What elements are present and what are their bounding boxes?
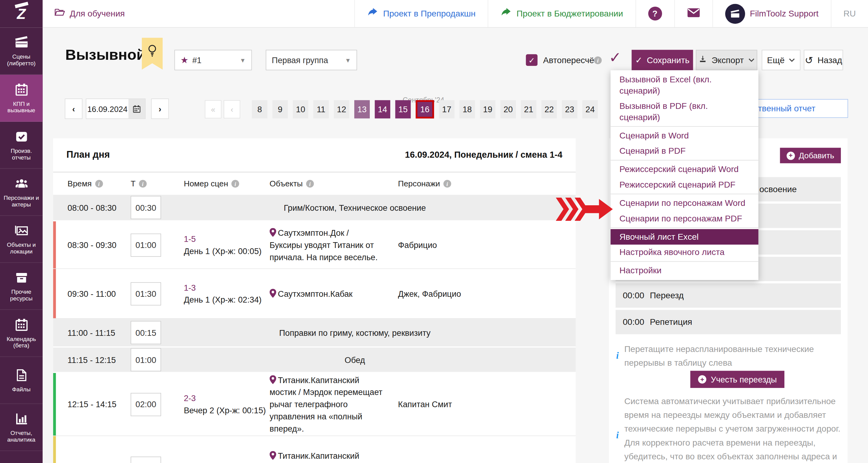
- tech-break-row[interactable]: 00:00Репетиция: [616, 310, 841, 334]
- sidebar-item-1[interactable]: КПП и вызывные: [0, 75, 43, 122]
- info-icon[interactable]: i: [594, 56, 602, 64]
- calendar-day[interactable]: 22: [541, 100, 557, 118]
- info-icon[interactable]: i: [95, 180, 102, 188]
- calendar-day[interactable]: 23: [562, 100, 578, 118]
- scene-number-link[interactable]: 5-7: [184, 462, 270, 463]
- sidebar-item-7[interactable]: Файлы: [0, 357, 43, 404]
- scene-number-link[interactable]: 1-5: [184, 233, 270, 245]
- calendar-day[interactable]: 19: [480, 100, 495, 118]
- save-button[interactable]: ✓Сохранить: [631, 50, 693, 70]
- account-transfers-button[interactable]: + Учесть переезды: [690, 371, 785, 388]
- export-menu-item[interactable]: Режиссерский сценарий PDF: [611, 177, 758, 193]
- add-button[interactable]: + Добавить: [780, 148, 841, 163]
- calendar-first-button[interactable]: «: [205, 100, 221, 118]
- undo-icon: ↺: [805, 54, 813, 66]
- chevron-down-icon: [789, 58, 795, 62]
- info-icon[interactable]: i: [139, 180, 147, 188]
- sidebar-item-8[interactable]: Отчеты, аналитика: [0, 404, 43, 451]
- export-menu-item[interactable]: Сценарий в Word: [611, 128, 758, 143]
- info-icon[interactable]: i: [306, 180, 314, 188]
- menu-separator: [611, 261, 758, 262]
- group-select[interactable]: Первая группа ▼: [266, 50, 357, 70]
- prev-day-button[interactable]: ‹: [65, 98, 82, 119]
- calendar-day[interactable]: 13: [354, 100, 370, 118]
- calendar-picker-button[interactable]: [128, 99, 145, 119]
- apply-check-icon[interactable]: ✓: [609, 49, 621, 66]
- calendar-day[interactable]: 17: [439, 100, 455, 118]
- duration-input[interactable]: 01:00: [131, 348, 161, 371]
- app-logo[interactable]: Z: [0, 0, 43, 28]
- export-menu-item[interactable]: Вызывной в PDF (вкл. сценарий): [611, 98, 758, 125]
- project-switcher[interactable]: Для обучения: [43, 0, 125, 27]
- calendar-day[interactable]: 8: [252, 100, 268, 118]
- red-arrow-annotation: [556, 198, 613, 221]
- help-icon: ?: [648, 7, 662, 21]
- column-objects: Объекты: [270, 178, 303, 190]
- calendar-day[interactable]: 15: [395, 100, 411, 118]
- date-input[interactable]: 16.09.2024: [86, 98, 146, 119]
- calendar-day[interactable]: 14: [375, 100, 390, 118]
- autorecalc-checkbox[interactable]: ✓: [526, 54, 537, 66]
- duration-input[interactable]: 01:00: [131, 233, 161, 256]
- scene-number-link[interactable]: 1-3: [184, 281, 270, 294]
- user-account[interactable]: FilmToolz Support: [712, 0, 831, 27]
- calendar-prev-button[interactable]: ‹: [224, 100, 240, 118]
- duration-input[interactable]: 02:00: [131, 393, 161, 416]
- scene-info: Вечер 2 (Хр-ж: 00:15): [184, 404, 270, 416]
- help-button[interactable]: ?: [635, 0, 674, 27]
- sidebar-item-9[interactable]: [0, 451, 43, 463]
- export-menu-item[interactable]: Сценарии по персонажам PDF: [611, 211, 758, 226]
- export-menu-item[interactable]: Вызывной в Excel (вкл. сценарий): [611, 72, 758, 98]
- tech-break-row[interactable]: 00:00Переезд: [616, 283, 841, 308]
- bookmark-hint[interactable]: [142, 37, 163, 69]
- sidebar-item-2[interactable]: Произв. отчеты: [0, 122, 43, 169]
- calendar-day[interactable]: 18: [460, 100, 475, 118]
- auto-transfers-hint: i Система автоматически учитывает прибли…: [616, 394, 841, 463]
- duration-input[interactable]: 01:30: [131, 282, 161, 305]
- calendar-day[interactable]: 21: [521, 100, 536, 118]
- calendar-day[interactable]: 16: [416, 100, 434, 118]
- export-menu-item[interactable]: Настройки: [611, 263, 758, 278]
- duration-input[interactable]: 00:30: [131, 196, 161, 219]
- share-arrow-icon: [500, 7, 512, 21]
- duration-input[interactable]: [131, 456, 161, 463]
- more-button[interactable]: Ещё: [762, 50, 801, 70]
- export-menu-item[interactable]: Явочный лист Excel: [611, 229, 758, 245]
- calendar-day[interactable]: 24: [583, 100, 598, 118]
- export-button[interactable]: Экспорт: [696, 50, 757, 70]
- calendar-day[interactable]: 11: [313, 100, 329, 118]
- messages-button[interactable]: [674, 0, 712, 27]
- info-icon[interactable]: i: [231, 180, 239, 188]
- link-preproduction[interactable]: Проект в Препродакшн: [354, 0, 488, 27]
- calendar-day[interactable]: 9: [273, 100, 288, 118]
- info-icon[interactable]: i: [443, 180, 451, 188]
- sidebar-item-3[interactable]: Персонажи и актеры: [0, 169, 43, 216]
- calendar-day[interactable]: 10: [293, 100, 308, 118]
- calendar-day[interactable]: 12: [334, 100, 349, 118]
- scene-cell: 1-5День 1 (Хр-ж: 00:05): [184, 233, 270, 257]
- duration-input[interactable]: 00:15: [131, 321, 161, 344]
- sidebar: Сцены (либретто)КПП и вызывныеПроизв. от…: [0, 28, 43, 463]
- language-switch[interactable]: RU: [831, 0, 868, 27]
- info-icon: i: [616, 350, 619, 362]
- back-button[interactable]: ↺ Назад: [804, 50, 843, 70]
- calendar-day[interactable]: 20: [500, 100, 516, 118]
- export-menu-item[interactable]: Сценарии по персонажам Word: [611, 195, 758, 211]
- sidebar-item-label: Объекты и локации: [0, 241, 43, 255]
- scene-number-link[interactable]: 2-3: [184, 392, 270, 404]
- calendar-icon: [14, 317, 28, 332]
- sidebar-item-5[interactable]: Прочие ресурсы: [0, 263, 43, 310]
- sidebar-item-4[interactable]: Объекты и локации: [0, 216, 43, 263]
- location-pin-icon: [270, 228, 278, 237]
- sidebar-item-6[interactable]: Календарь (бета): [0, 310, 43, 357]
- callsheet-select[interactable]: ★ #1 ▼: [175, 50, 252, 70]
- menu-separator: [611, 227, 758, 228]
- next-day-button[interactable]: ›: [151, 98, 169, 119]
- check-icon: [14, 129, 28, 144]
- link-budgeting[interactable]: Проект в Бюджетировании: [488, 0, 635, 27]
- sidebar-item-0[interactable]: Сцены (либретто): [0, 28, 43, 75]
- export-menu-item[interactable]: Настройка явочного листа: [611, 245, 758, 260]
- export-menu-item[interactable]: Сценарий в PDF: [611, 143, 758, 159]
- export-menu-item[interactable]: Режиссерский сценарий Word: [611, 162, 758, 177]
- plus-icon: +: [698, 375, 706, 383]
